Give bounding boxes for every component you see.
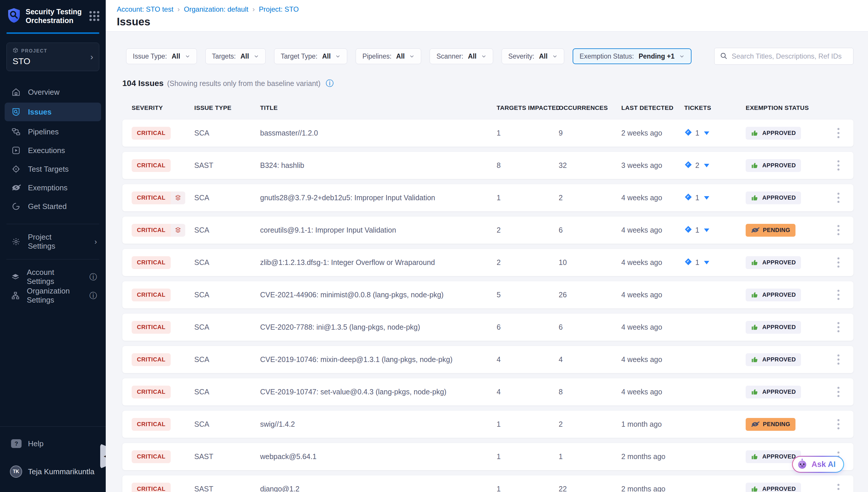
row-menu-kebab-icon[interactable]: [830, 125, 846, 141]
search-input[interactable]: [732, 52, 848, 60]
exemption-status-badge: PENDING: [746, 224, 795, 237]
filter-target-type[interactable]: Target Type:All: [274, 48, 347, 64]
jira-icon: [684, 128, 692, 138]
tickets-cell: 2: [684, 161, 746, 171]
table-row[interactable]: CRITICALSCAcoreutils@9.1-1: Improper Inp…: [122, 217, 853, 244]
filter-pipelines[interactable]: Pipelines:All: [356, 48, 421, 64]
info-icon[interactable]: ⓘ: [89, 291, 97, 301]
sidebar-item-label: Executions: [28, 146, 65, 155]
filter-scanner[interactable]: Scanner:All: [430, 48, 493, 64]
user-menu[interactable]: TK Teja Kummarikuntla: [0, 460, 106, 483]
column-header-occurrences: OCCURRENCES: [559, 104, 621, 111]
severity-badge: CRITICAL: [132, 483, 171, 492]
row-menu-kebab-icon[interactable]: [830, 319, 846, 335]
sidebar-item-test-targets[interactable]: Test Targets: [0, 160, 106, 178]
row-menu-kebab-icon[interactable]: [830, 481, 846, 492]
sidebar-item-project-settings[interactable]: Project Settings ›: [0, 232, 106, 251]
thumb-up-icon: [751, 323, 759, 331]
sidebar-item-pipelines[interactable]: Pipelines: [0, 122, 106, 141]
chevron-down-icon: [335, 54, 341, 59]
row-menu-kebab-icon[interactable]: [830, 351, 846, 368]
occurrences-cell: 32: [559, 161, 621, 170]
ask-ai-button[interactable]: Ask AI: [792, 456, 844, 473]
caret-down-icon[interactable]: [704, 131, 709, 135]
filter-value: All: [539, 52, 547, 60]
last-detected-cell: 2 months ago: [621, 485, 684, 492]
filter-label: Targets:: [212, 52, 236, 60]
executions-icon: [11, 145, 21, 155]
table-row[interactable]: CRITICALSCACVE-2020-7788: ini@1.3.5 (lan…: [122, 314, 853, 341]
table-row[interactable]: CRITICALSCAgnutls28@3.7.9-2+deb12u5: Imp…: [122, 184, 853, 211]
sidebar-item-label: Account Settings: [27, 268, 75, 286]
issue-type-cell: SCA: [194, 194, 260, 202]
caret-down-icon[interactable]: [704, 196, 709, 200]
row-menu-kebab-icon[interactable]: [830, 222, 846, 238]
get-started-icon: [11, 201, 21, 211]
severity-badge: CRITICAL: [132, 321, 171, 334]
exemption-status-label: APPROVED: [762, 389, 796, 395]
column-header-severity: SEVERITY: [132, 104, 194, 111]
row-menu-kebab-icon[interactable]: [830, 254, 846, 270]
sidebar-item-organization-settings[interactable]: Organization Settings ⓘ: [0, 286, 106, 305]
exemption-status-badge: PENDING: [746, 418, 795, 431]
jira-icon: [684, 193, 692, 203]
exemption-status-label: APPROVED: [762, 130, 796, 137]
table-row[interactable]: CRITICALSASTB324: hashlib8323 weeks ago2…: [122, 152, 853, 179]
sidebar-item-account-settings[interactable]: Account Settings ⓘ: [0, 268, 106, 286]
app-title: Security Testing Orchestration: [26, 7, 89, 25]
info-icon[interactable]: ⓘ: [326, 78, 334, 89]
filter-exemption-status[interactable]: Exemption Status:Pending +1: [573, 48, 691, 64]
thumb-up-icon: [751, 291, 759, 299]
row-menu-kebab-icon[interactable]: [830, 157, 846, 173]
filter-targets[interactable]: Targets:All: [205, 48, 266, 64]
search-box[interactable]: [714, 48, 853, 65]
table-row[interactable]: CRITICALSCAbassmaster//1.2.0192 weeks ag…: [122, 120, 853, 147]
issue-type-cell: SCA: [194, 323, 260, 331]
table-row[interactable]: CRITICALSCAzlib@1:1.2.13.dfsg-1: Integer…: [122, 249, 853, 276]
severity-badge: CRITICAL: [132, 386, 171, 398]
table-row[interactable]: CRITICALSCACVE-2019-10747: set-value@0.4…: [122, 378, 853, 405]
last-detected-cell: 4 weeks ago: [621, 258, 684, 267]
filter-severity[interactable]: Severity:All: [502, 48, 564, 64]
sidebar-item-overview[interactable]: Overview: [0, 83, 106, 101]
table-row[interactable]: CRITICALSCAswig//1.4.2121 month agoPENDI…: [122, 411, 853, 438]
column-header-issue-type: ISSUE TYPE: [194, 104, 260, 111]
module-grid-icon[interactable]: [89, 11, 99, 21]
caret-down-icon[interactable]: [704, 261, 709, 264]
breadcrumb-organization-link[interactable]: Organization: default: [184, 5, 248, 14]
table-row[interactable]: CRITICALSCACVE-2021-44906: minimist@0.0.…: [122, 281, 853, 309]
sidebar-item-get-started[interactable]: Get Started: [0, 197, 106, 216]
chevron-right-icon: ›: [90, 52, 93, 62]
breadcrumb-account-link[interactable]: Account: STO test: [117, 5, 173, 14]
row-menu-kebab-icon[interactable]: [830, 287, 846, 303]
table-row[interactable]: CRITICALSCACVE-2019-10746: mixin-deep@1.…: [122, 346, 853, 373]
caret-down-icon[interactable]: [704, 164, 709, 167]
breadcrumb-project-link[interactable]: Project: STO: [259, 5, 299, 14]
table-row[interactable]: CRITICALSASTdjango@1.21222 months agoAPP…: [122, 475, 853, 492]
filter-value: All: [396, 52, 404, 60]
occurrences-cell: 26: [559, 291, 621, 299]
sidebar: Security Testing Orchestration PROJECT S…: [0, 0, 106, 492]
caret-down-icon[interactable]: [704, 228, 709, 232]
table-row[interactable]: CRITICALSASTwebpack@5.64.1112 months ago…: [122, 443, 853, 470]
sidebar-item-label: Issues: [28, 107, 52, 117]
row-menu-kebab-icon[interactable]: [830, 190, 846, 206]
row-menu-kebab-icon[interactable]: [830, 416, 846, 432]
last-detected-cell: 2 weeks ago: [621, 129, 684, 137]
filter-issue-type[interactable]: Issue Type:All: [126, 48, 197, 64]
severity-badge: CRITICAL: [132, 289, 171, 301]
issues-table: CRITICALSCAbassmaster//1.2.0192 weeks ag…: [122, 120, 853, 492]
page-header: Account: STO test › Organization: defaul…: [106, 0, 868, 31]
exemption-status-badge: APPROVED: [746, 127, 801, 140]
info-icon[interactable]: ⓘ: [89, 272, 97, 282]
chevron-down-icon: [679, 54, 684, 59]
exemption-status-badge: APPROVED: [746, 483, 801, 492]
row-menu-kebab-icon[interactable]: [830, 384, 846, 400]
project-selector[interactable]: PROJECT STO ›: [6, 43, 99, 71]
filter-label: Scanner:: [436, 52, 463, 60]
sidebar-item-exemptions[interactable]: Exemptions: [0, 178, 106, 197]
layers-icon: [171, 192, 185, 204]
sidebar-item-executions[interactable]: Executions: [0, 141, 106, 160]
help-button[interactable]: ? Help: [0, 435, 106, 452]
sidebar-item-issues[interactable]: Issues: [5, 103, 101, 121]
